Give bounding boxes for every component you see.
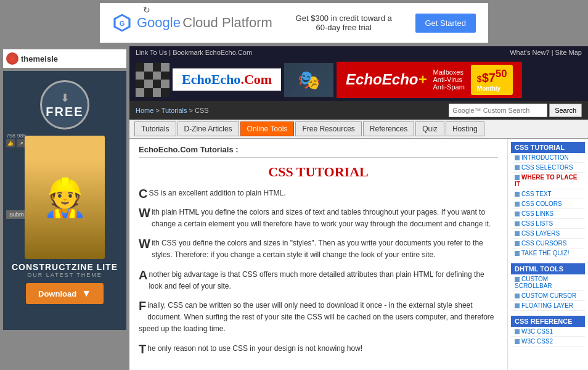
- loading-spinner: ↻: [143, 5, 150, 15]
- construct-title: CONSTRUCTZINE LITE: [6, 262, 123, 272]
- link-icon: [515, 277, 520, 282]
- article-area: EchoEcho.Com Tutorials : CSS TUTORIAL CS…: [129, 139, 508, 370]
- google-logo-area: G Google Cloud Platform: [112, 13, 272, 33]
- search-button[interactable]: Search: [549, 104, 582, 117]
- nav-free-resources[interactable]: Free Resources: [295, 121, 361, 136]
- nav-bar: Tutorials D-Zine Articles Online Tools F…: [129, 120, 588, 139]
- nav-hosting[interactable]: Hosting: [446, 121, 484, 136]
- chess-pattern-logo: [136, 63, 169, 97]
- article-para-3: With CSS you define the colors and sizes…: [139, 237, 498, 261]
- themeisle-banner: themeisle: [3, 49, 126, 68]
- submit-button[interactable]: Subm: [6, 210, 27, 219]
- nav-online-tools[interactable]: Online Tools: [240, 121, 295, 136]
- sidebar-w3c-css2[interactable]: W3C CSS2: [511, 337, 585, 347]
- mailbox-info: Mailboxes Anti-Virus Anti-Spam: [433, 68, 464, 91]
- css-reference-title: CSS REFERENCE: [511, 316, 585, 327]
- svg-text:G: G: [120, 20, 125, 27]
- css-reference-section: CSS REFERENCE W3C CSS1 W3C CSS2: [511, 316, 585, 347]
- right-sidebar: CSS TUTORIAL INTRODUCTION CSS SELECTORS …: [508, 139, 588, 370]
- bookmark-link[interactable]: Bookmark EchoEcho.Com: [173, 49, 252, 56]
- article-para-5: Finally, CSS can be written so the user …: [139, 300, 498, 335]
- get-started-button[interactable]: Get Started: [415, 14, 476, 33]
- breadcrumb-bar: Home > Tutorials > CSS Search: [129, 101, 588, 120]
- link-icon: [515, 231, 520, 236]
- monthly-text: Monthly: [477, 85, 507, 92]
- whats-new-link[interactable]: What's New?: [510, 49, 549, 56]
- link-icon: [515, 251, 520, 256]
- plus-icon: +: [418, 71, 427, 88]
- header-top-bar: Link To Us | Bookmark EchoEcho.Com What'…: [129, 46, 588, 59]
- home-link[interactable]: Home: [136, 107, 153, 114]
- thumbs-icon: 👍: [6, 139, 15, 147]
- nav-quiz[interactable]: Quiz: [415, 121, 444, 136]
- ad-offer-text: Get $300 in credit toward a60-day free t…: [296, 14, 392, 32]
- sidebar-w3c-css1[interactable]: W3C CSS1: [511, 327, 585, 337]
- article-para-4: Another big advantage is that CSS offers…: [139, 269, 498, 292]
- price-amount: $7: [482, 71, 496, 84]
- sidebar-floating-layer[interactable]: FLOATING LAYER: [511, 301, 585, 311]
- google-hexagon-icon: G: [112, 13, 132, 33]
- sidebar-css-layers[interactable]: CSS LAYERS: [511, 229, 585, 239]
- css-tutorial-heading: CSS TUTORIAL: [139, 164, 498, 180]
- content-area: Link To Us | Bookmark EchoEcho.Com What'…: [129, 46, 588, 370]
- download-badge-icon: ⬇: [60, 91, 70, 105]
- sidebar-introduction[interactable]: INTRODUCTION: [511, 153, 585, 163]
- article-title-bar: EchoEcho.Com Tutorials :: [139, 145, 498, 158]
- echo1-text: Echo: [182, 72, 211, 87]
- sidebar-css-selectors[interactable]: CSS SELECTORS: [511, 163, 585, 173]
- site-header: Link To Us | Bookmark EchoEcho.Com What'…: [129, 46, 588, 120]
- drop-cap-6: T: [139, 343, 146, 355]
- main-wrapper: themeisle ⬇ FREE 758 985 👍 ↗ Subm 👷 CONS…: [0, 46, 588, 370]
- left-sidebar: themeisle ⬇ FREE 758 985 👍 ↗ Subm 👷 CONS…: [0, 46, 129, 370]
- dhtml-section-title: DHTML TOOLS: [511, 263, 585, 274]
- sidebar-custom-scrollbar[interactable]: CUSTOM SCROLLBAR: [511, 274, 585, 291]
- breadcrumb: Home > Tutorials > CSS: [136, 107, 209, 114]
- article-para-2: With plain HTML you define the colors an…: [139, 207, 498, 230]
- current-page: CSS: [195, 107, 209, 114]
- free-text: FREE: [46, 105, 83, 119]
- search-area: Search: [449, 104, 582, 117]
- nav-tutorials[interactable]: Tutorials: [134, 121, 176, 136]
- drop-cap-4: A: [139, 269, 147, 281]
- themeisle-icon: [6, 52, 18, 65]
- link-icon: [515, 303, 520, 308]
- main-content: EchoEcho.Com Tutorials : CSS TUTORIAL CS…: [129, 139, 588, 370]
- link-icon: [515, 155, 520, 160]
- share-icon: ↗: [17, 139, 25, 147]
- sidebar-where-to-place[interactable]: WHERE TO PLACE IT: [511, 173, 585, 189]
- price-badge: $$750 Monthly: [471, 65, 513, 95]
- tutorials-link[interactable]: Tutorials: [161, 107, 187, 114]
- free-badge: ⬇ FREE: [40, 80, 89, 130]
- sidebar-css-cursors[interactable]: CSS CURSORS: [511, 239, 585, 249]
- download-button[interactable]: Download ▼: [26, 283, 104, 304]
- download-arrow-icon: ▼: [81, 288, 91, 299]
- link-icon: [515, 221, 520, 226]
- antispam-text: Anti-Spam: [433, 83, 464, 91]
- nav-references[interactable]: References: [363, 121, 414, 136]
- price-cents: 50: [496, 68, 507, 80]
- site-map-link[interactable]: Site Map: [555, 49, 582, 56]
- drop-cap-5: F: [139, 300, 146, 312]
- sidebar-css-lists[interactable]: CSS LISTS: [511, 219, 585, 229]
- link-to-us-link[interactable]: Link To Us: [136, 49, 167, 56]
- echo2-text: Echo: [211, 72, 241, 87]
- top-ad-banner: G Google Cloud Platform Get $300 in cred…: [100, 3, 488, 43]
- sidebar-css-colors[interactable]: CSS COLORS: [511, 199, 585, 209]
- sidebar-css-text[interactable]: CSS TEXT: [511, 189, 585, 199]
- themeisle-logo: themeisle: [6, 52, 58, 65]
- sidebar-take-quiz[interactable]: TAKE THE QUIZ!: [511, 249, 585, 258]
- search-input[interactable]: [449, 104, 547, 117]
- article-para-6: The only reason not to use CSS in your d…: [139, 343, 498, 355]
- download-label: Download: [38, 289, 76, 298]
- link-icon: [515, 212, 520, 216]
- link-icon: [515, 165, 520, 170]
- sidebar-custom-cursor[interactable]: CUSTOM CURSOR: [511, 291, 585, 301]
- header-right-links: What's New? | Site Map: [510, 49, 582, 56]
- link-icon: [515, 241, 520, 246]
- bc-sep2: >: [189, 107, 195, 114]
- header-photo: 🎭: [284, 63, 333, 97]
- sidebar-css-links[interactable]: CSS LINKS: [511, 209, 585, 219]
- link-icon: [515, 192, 520, 197]
- themeisle-text: themeisle: [21, 54, 58, 64]
- nav-dzine[interactable]: D-Zine Articles: [178, 121, 239, 136]
